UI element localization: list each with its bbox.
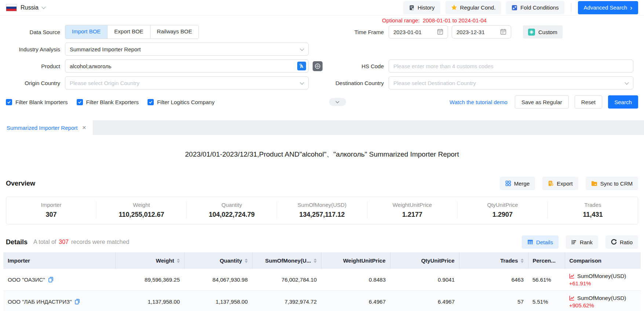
copy-icon[interactable] <box>48 277 53 282</box>
stat-trades: Trades 11,431 <box>547 202 638 219</box>
sort-icon[interactable] <box>521 259 524 263</box>
merge-button[interactable]: Merge <box>500 177 535 190</box>
comparison-metric: SumOfMoney(USD) <box>577 273 626 279</box>
col-comparison: Comparison <box>565 252 641 269</box>
stat-sum-of-money: SumOfMoney(USD) 134,257,117.12 <box>277 202 367 219</box>
custom-range-button[interactable]: Custom <box>523 25 563 39</box>
view-rank-button[interactable]: Rank <box>566 235 598 249</box>
optional-range-hint: Optional range: 2008-01-01 to 2024-01-04 <box>382 17 487 23</box>
end-date-picker[interactable] <box>452 25 511 39</box>
view-details-button[interactable]: Details <box>522 235 559 249</box>
stat-qty-unit-price: QtyUnitPrice 1.2907 <box>457 202 547 219</box>
merge-icon <box>505 180 511 186</box>
stat-weight: Weight 110,255,012.67 <box>96 202 186 219</box>
qty-unit-price-cell: 0.9041 <box>390 269 459 291</box>
data-source-tabs: Import BOE Export BOE Railways BOE <box>65 25 199 39</box>
svg-text:A: A <box>300 64 303 69</box>
table-row[interactable]: ООО "ЛАБ ИНДАСТРИЗ" 1,137,958.00 1,137,9… <box>3 291 641 311</box>
checkbox-checked-icon[interactable] <box>6 99 12 105</box>
importer-name[interactable]: ООО "ОАЗИС" <box>8 277 45 283</box>
close-icon[interactable]: ✕ <box>82 125 86 131</box>
chevron-down-icon[interactable] <box>41 5 46 9</box>
sync-to-crm-button[interactable]: Sync to CRM <box>586 177 638 190</box>
destination-country-field: Please select Destination Country <box>389 76 633 89</box>
collapse-conditions-button[interactable] <box>329 98 346 106</box>
topbar-actions: History Regular Cond. Fold Conditions Ad… <box>403 1 638 14</box>
col-quantity[interactable]: Quantity <box>184 252 252 269</box>
col-weight-unit-price: WeightUnitPrice <box>321 252 390 269</box>
col-sum-of-money[interactable]: SumOfMoney(U... <box>252 252 321 269</box>
sort-icon[interactable] <box>245 259 248 263</box>
details-table: Importer Weight Quantity SumOfMoney(U...… <box>3 252 641 311</box>
comparison-cell[interactable]: SumOfMoney(USD) +61.91% <box>565 269 641 291</box>
weight-unit-price-cell: 6.4967 <box>321 291 390 311</box>
report-title: 2023/01/01-2023/12/31,Product AND"alcoho… <box>0 150 644 159</box>
sync-to-crm-label: Sync to CRM <box>600 180 633 187</box>
checkbox-checked-icon[interactable] <box>77 99 83 105</box>
input-method-icon[interactable] <box>313 61 323 71</box>
calendar-icon[interactable] <box>437 29 443 35</box>
destination-country-label: Destination Country <box>309 80 384 86</box>
col-qty-unit-price: QtyUnitPrice <box>390 252 459 269</box>
country-selector[interactable]: Russia <box>21 4 39 11</box>
tab-export-boe[interactable]: Export BOE <box>107 25 150 39</box>
weight-cell: 1,137,958.00 <box>115 291 184 311</box>
industry-analysis-select[interactable]: Summarized Importer Report <box>65 43 309 56</box>
reset-button[interactable]: Reset <box>575 95 602 109</box>
regular-cond-button[interactable]: Regular Cond. <box>445 1 501 14</box>
tab-import-boe[interactable]: Import BOE <box>65 25 107 39</box>
start-date-picker[interactable] <box>389 25 448 39</box>
calendar-icon[interactable] <box>500 29 506 35</box>
industry-analysis-label: Industry Analysis <box>6 46 60 52</box>
stat-label: Trades <box>548 202 638 208</box>
filter-logitics-company-checkbox[interactable]: Filter Logitics Company <box>148 99 215 105</box>
chevron-down-icon <box>625 80 629 84</box>
stat-importer: Importer 307 <box>6 202 96 219</box>
filter-blank-importers-checkbox[interactable]: Filter Blank Importers <box>6 99 68 105</box>
stat-value: 11,431 <box>548 211 638 219</box>
sort-icon[interactable] <box>177 259 180 263</box>
hs-code-field <box>389 59 633 73</box>
overview-header: Overview Merge Export Sync to CRM <box>0 177 644 190</box>
fold-conditions-button[interactable]: Fold Conditions <box>506 1 564 14</box>
col-trades[interactable]: Trades <box>459 252 528 269</box>
row-data-source: Data Source Import BOE Export BOE Railwa… <box>6 25 638 39</box>
advanced-search-button[interactable]: Advanced Search › <box>578 1 638 14</box>
filter-blank-importers-label: Filter Blank Importers <box>15 99 68 105</box>
origin-country-field: Please select Origin Country <box>65 76 309 89</box>
importer-name[interactable]: ООО "ЛАБ ИНДАСТРИЗ" <box>8 299 72 305</box>
quantity-cell: 1,137,958.00 <box>184 291 252 311</box>
search-button[interactable]: Search <box>608 95 638 109</box>
row-industry-analysis: Industry Analysis Summarized Importer Re… <box>6 43 638 56</box>
chevron-down-icon <box>300 80 304 84</box>
percentage-cell: 5.51% <box>528 291 565 311</box>
ratio-circular-icon <box>611 239 617 245</box>
table-row[interactable]: ООО "ОАЗИС" 89,596,369.25 84,067,930.98 … <box>3 269 641 291</box>
col-weight[interactable]: Weight <box>115 252 184 269</box>
view-ratio-button[interactable]: Ratio <box>605 235 638 249</box>
merge-label: Merge <box>514 180 530 187</box>
destination-country-select[interactable]: Please select Destination Country <box>389 76 633 89</box>
product-input[interactable] <box>65 59 309 73</box>
stat-value: 1.2907 <box>458 211 547 219</box>
tab-railways-boe[interactable]: Railways BOE <box>150 25 199 39</box>
row-product: Product A HS Code <box>6 59 638 73</box>
checkbox-checked-icon[interactable] <box>148 99 154 105</box>
copy-icon[interactable] <box>75 299 80 304</box>
comparison-cell[interactable]: SumOfMoney(USD) +905.62% <box>565 291 641 311</box>
hs-code-input[interactable] <box>389 59 633 73</box>
tutorial-demo-link[interactable]: Watch the tutorial demo <box>450 99 507 105</box>
trend-chart-icon <box>569 295 575 301</box>
translate-icon[interactable]: A <box>297 62 306 70</box>
origin-country-select[interactable]: Please select Origin Country <box>65 76 309 89</box>
chevron-down-icon <box>300 47 304 51</box>
tab-summarized-importer-report[interactable]: Summarized Importer Report ✕ <box>0 120 93 135</box>
save-as-regular-button[interactable]: Save as Regular <box>515 95 569 109</box>
filter-blank-exporters-checkbox[interactable]: Filter Blank Exporters <box>77 99 139 105</box>
product-field: A <box>65 59 309 73</box>
export-button[interactable]: Export <box>542 177 578 190</box>
history-button[interactable]: History <box>403 1 440 14</box>
sort-icon[interactable] <box>314 259 317 263</box>
overview-heading: Overview <box>6 180 35 187</box>
stat-label: WeightUnitPrice <box>367 202 457 208</box>
